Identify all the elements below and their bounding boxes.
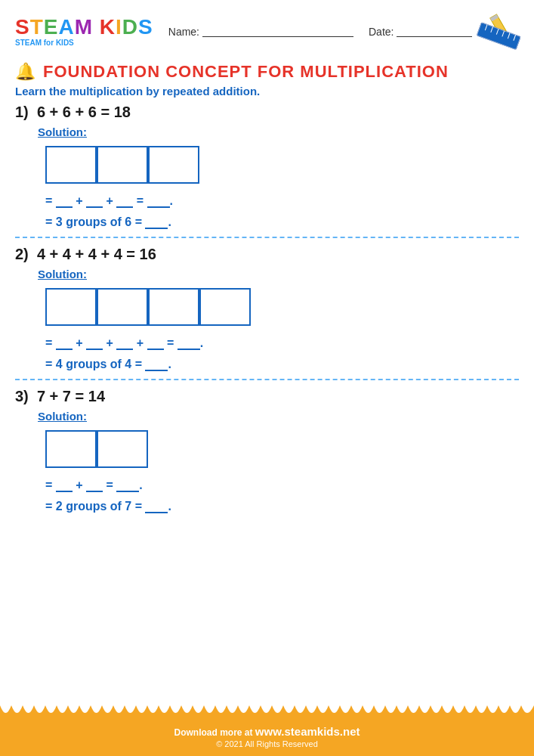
problem-2-box-4	[199, 288, 251, 326]
logo-letter-a: A	[58, 15, 74, 39]
logo-letter-t: T	[30, 15, 44, 39]
name-label: Name:	[168, 26, 199, 38]
date-label: Date:	[369, 26, 394, 38]
logo-letter-k: K	[100, 15, 116, 39]
ruler-pencil-decoration	[472, 9, 532, 54]
name-date-area: Name: Date:	[168, 26, 473, 38]
problem-2-equation: 4 + 4 + 4 + 4 = 16	[37, 246, 156, 262]
problem-2-groups: = 4 groups of 4 = .	[45, 358, 519, 371]
blank-1-2[interactable]	[86, 206, 103, 208]
bell-icon: 🔔	[15, 62, 35, 82]
problem-1-boxes	[45, 146, 519, 184]
problem-3: 3) 7 + 7 = 14 Solution: = + = . = 2 grou…	[15, 388, 519, 513]
problem-2-box-2	[97, 288, 148, 326]
blank-2-3[interactable]	[116, 349, 133, 350]
footer-wrapper: Download more at www.steamkids.net © 202…	[0, 705, 534, 756]
problem-2-title: 2) 4 + 4 + 4 + 4 = 16	[15, 246, 519, 263]
name-field[interactable]	[202, 26, 353, 37]
problem-3-groups: = 2 groups of 7 = .	[45, 500, 519, 513]
problem-3-title: 3) 7 + 7 = 14	[15, 388, 519, 405]
problem-2-solution-label: Solution:	[38, 268, 519, 280]
footer-scallop	[0, 705, 534, 720]
blank-3-2[interactable]	[86, 491, 103, 492]
problem-3-addition: = + = .	[45, 479, 519, 492]
subtitle: Learn the multiplication by repeated add…	[0, 83, 534, 104]
name-line: Name:	[168, 26, 353, 38]
footer-download-label: Download more at	[174, 727, 252, 738]
problem-1-box-1	[45, 146, 97, 184]
problem-3-box-1	[45, 430, 97, 468]
blank-2-2[interactable]	[86, 349, 103, 350]
content-area: 1) 6 + 6 + 6 = 18 Solution: = + + = . = …	[0, 104, 534, 513]
problem-1-equation: 6 + 6 + 6 = 18	[37, 104, 131, 120]
blank-1-groups-ans[interactable]	[145, 228, 168, 229]
problem-3-boxes	[45, 430, 519, 468]
logo: STEAM KIDS STEAM for KIDS	[15, 17, 153, 47]
problem-3-groups-of: groups of	[66, 500, 122, 513]
logo-letter-e: E	[44, 15, 59, 39]
logo-letter-s: S	[15, 15, 30, 39]
footer-content: Download more at www.steamkids.net © 202…	[0, 720, 534, 756]
logo-subtitle: STEAM for KIDS	[15, 39, 74, 47]
blank-1-3[interactable]	[116, 206, 133, 208]
blank-2-4[interactable]	[147, 349, 164, 350]
blank-1-total[interactable]	[147, 206, 170, 208]
problem-1-number: 1)	[15, 104, 29, 120]
problem-2-box-1	[45, 288, 97, 326]
problem-1-box-2	[97, 146, 148, 184]
problem-1-solution-label: Solution:	[38, 125, 519, 138]
problem-2-addition: = + + + = .	[45, 336, 519, 350]
main-title: FOUNDATION CONCEPT FOR MULTIPLICATION	[43, 62, 449, 82]
problem-2-boxes	[45, 288, 519, 326]
problem-2: 2) 4 + 4 + 4 + 4 = 16 Solution: = + + + …	[15, 246, 519, 371]
blank-3-groups-ans[interactable]	[145, 512, 168, 513]
problem-3-number: 3)	[15, 388, 29, 404]
logo-text: STEAM KIDS	[15, 17, 153, 38]
blank-3-1[interactable]	[56, 491, 73, 492]
problem-1-groups-of: groups of	[66, 215, 122, 228]
problem-1-groups: = 3 groups of 6 = .	[45, 215, 519, 229]
blank-1-1[interactable]	[56, 206, 73, 208]
divider-1	[15, 237, 519, 238]
problem-3-solution-label: Solution:	[38, 410, 519, 423]
scallop-svg	[0, 705, 534, 720]
footer-url: www.steamkids.net	[255, 725, 360, 738]
footer-copyright: © 2021 All Rights Reserved	[0, 739, 534, 748]
blank-2-total[interactable]	[177, 349, 200, 350]
problem-1-box-3	[148, 146, 199, 184]
footer-download-text: Download more at www.steamkids.net	[0, 725, 534, 738]
blank-3-total[interactable]	[116, 491, 139, 492]
divider-2	[15, 379, 519, 380]
logo-letter-i: I	[116, 15, 122, 39]
problem-3-equation: 7 + 7 = 14	[37, 388, 105, 404]
problem-2-number: 2)	[15, 246, 29, 262]
problem-1-title: 1) 6 + 6 + 6 = 18	[15, 104, 519, 121]
blank-2-groups-ans[interactable]	[145, 370, 168, 371]
problem-1-addition: = + + = .	[45, 194, 519, 208]
problem-1: 1) 6 + 6 + 6 = 18 Solution: = + + = . = …	[15, 104, 519, 229]
title-section: 🔔 FOUNDATION CONCEPT FOR MULTIPLICATION	[0, 59, 534, 83]
header: STEAM KIDS STEAM for KIDS Name: Date:	[0, 0, 534, 59]
problem-3-box-2	[97, 430, 148, 468]
logo-letter-s2: S	[138, 15, 153, 39]
date-line: Date:	[369, 26, 472, 38]
logo-letter-d: D	[122, 15, 138, 39]
problem-2-box-3	[148, 288, 199, 326]
logo-letter-m: M	[75, 15, 93, 39]
problem-2-groups-of: groups of	[66, 358, 122, 370]
date-field[interactable]	[397, 26, 472, 37]
ruler-pencil-icon	[472, 9, 532, 51]
blank-2-1[interactable]	[56, 349, 73, 350]
